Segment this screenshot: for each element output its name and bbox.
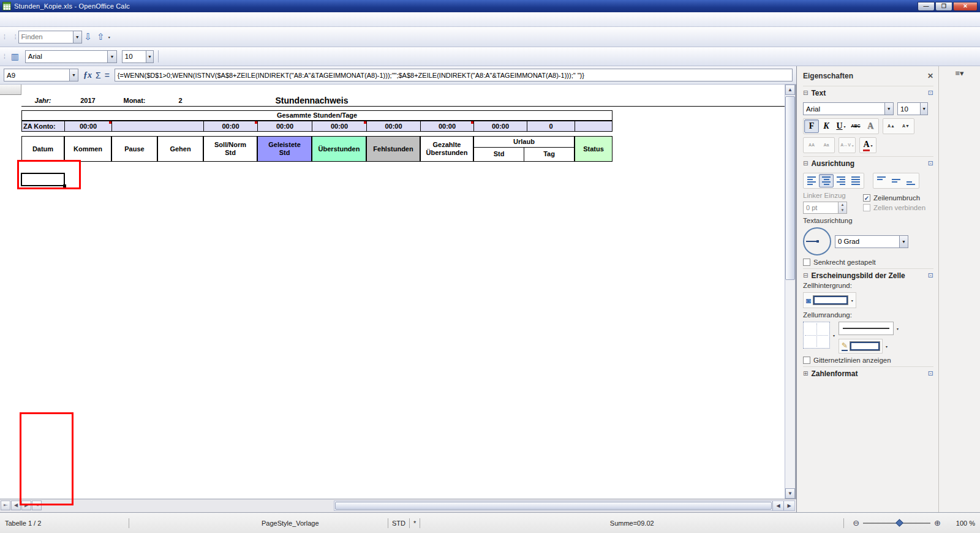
first-sheet-button[interactable]: ⇤	[1, 501, 10, 510]
scroll-right-icon[interactable]: ▶	[783, 501, 794, 510]
text-rotation-dial[interactable]	[803, 227, 831, 255]
sidebar-menu-icon[interactable]: ≡▾	[955, 69, 963, 78]
font-name-input[interactable]	[26, 53, 108, 60]
sidebar-font-size-dropdown-icon[interactable]: ▼	[920, 103, 927, 115]
sidebar-toggle-button[interactable]: ▥	[8, 49, 22, 64]
header-gezahlte-ueberstunden[interactable]: GezahlteÜberstunden	[420, 136, 473, 162]
header-urlaub-tag[interactable]: Tag	[524, 148, 574, 161]
scroll-up-icon[interactable]: ▲	[785, 85, 795, 95]
horizontal-scroll-thumb[interactable]	[335, 502, 772, 510]
align-middle-button[interactable]	[889, 174, 903, 187]
page-style[interactable]: PageStyle_Vorlage	[133, 520, 384, 527]
line-style-button[interactable]	[839, 322, 894, 335]
minimize-button[interactable]: —	[918, 2, 935, 11]
zoom-out-icon[interactable]: ⊖	[853, 518, 859, 527]
cell-L4[interactable]	[575, 121, 612, 131]
sidebar-font-name-input[interactable]	[804, 105, 884, 113]
scroll-down-icon[interactable]: ▼	[785, 488, 795, 499]
sum-icon[interactable]: Σ	[96, 70, 101, 80]
sidebar-close-icon[interactable]: ✕	[927, 72, 933, 80]
font-size-input[interactable]	[123, 53, 146, 60]
text-dialog-launcher-icon[interactable]: ⊡	[928, 89, 933, 97]
border-picker[interactable]	[803, 322, 830, 349]
cell-A1[interactable]: Jahr:	[21, 97, 64, 104]
cell-D1[interactable]: 2	[157, 97, 203, 104]
restore-button[interactable]: ❐	[935, 2, 952, 11]
cell-B4[interactable]: 00:00	[65, 121, 112, 131]
sidebar-align-left-button[interactable]	[804, 174, 819, 187]
font-name-dropdown-icon[interactable]: ▼	[107, 51, 116, 62]
find-next-button[interactable]: ⇩	[85, 31, 92, 42]
next-sheet-button[interactable]: ▶	[21, 501, 31, 510]
line-style-dropdown-icon[interactable]: ▾	[897, 327, 899, 331]
sidebar-font-name-dropdown-icon[interactable]: ▼	[884, 103, 893, 115]
degrees-dropdown-icon[interactable]: ▼	[899, 236, 908, 248]
insert-mode[interactable]: STD	[392, 520, 405, 527]
degrees-input[interactable]	[835, 238, 899, 245]
header-urlaub-std[interactable]: Std	[474, 148, 524, 161]
header-status[interactable]: Status	[575, 136, 612, 162]
close-button[interactable]: ✕	[953, 2, 978, 11]
cell-B1[interactable]: 2017	[64, 97, 111, 104]
collapse-icon[interactable]: ⊟	[803, 160, 808, 167]
alignment-dialog-launcher-icon[interactable]: ⊡	[928, 159, 933, 167]
find-previous-button[interactable]: ⇧	[97, 31, 105, 42]
cell-C4[interactable]	[112, 121, 204, 131]
cell-reference-input[interactable]	[4, 72, 69, 79]
stacked-checkbox[interactable]	[803, 259, 810, 266]
cell-H4[interactable]: 00:00	[367, 121, 421, 131]
sidebar-font-size-input[interactable]	[898, 105, 920, 113]
header-urlaub[interactable]: Urlaub Std Tag	[473, 136, 575, 162]
align-bottom-button[interactable]	[903, 174, 918, 187]
show-gridlines-checkbox[interactable]	[803, 357, 810, 364]
vertical-scroll-thumb[interactable]	[785, 96, 795, 280]
collapse-icon[interactable]: ⊟	[803, 89, 808, 96]
header-fehlstunden[interactable]: Fehlstunden	[366, 136, 420, 162]
sidebar-bold-button[interactable]: F	[804, 119, 819, 133]
previous-sheet-button[interactable]: ◀	[11, 501, 21, 510]
last-sheet-button[interactable]: ⇥	[32, 501, 42, 510]
sidebar-align-justify-button[interactable]	[848, 174, 863, 187]
cell-G4[interactable]: 00:00	[312, 121, 367, 131]
cell-I4[interactable]: 00:00	[421, 121, 474, 131]
left-indent-spinner[interactable]: 0 pt ▲▼	[803, 202, 847, 214]
expand-icon[interactable]: ⊞	[803, 370, 808, 377]
number-format-dialog-launcher-icon[interactable]: ⊡	[928, 369, 933, 377]
collapse-icon[interactable]: ⊟	[803, 272, 808, 279]
cell-background-button[interactable]: ◙ ▾	[803, 292, 856, 308]
appearance-dialog-launcher-icon[interactable]: ⊡	[928, 271, 933, 279]
find-overflow-button[interactable]: ▾	[108, 35, 110, 39]
select-all-corner[interactable]	[0, 85, 21, 95]
cell-K4[interactable]: 0	[527, 121, 575, 131]
sidebar-align-right-button[interactable]	[834, 174, 848, 187]
cell-A4[interactable]: ZA Konto:	[22, 121, 65, 131]
sheet-main-title[interactable]: Stundennachweis	[203, 96, 420, 105]
equals-icon[interactable]: =	[105, 70, 110, 80]
sidebar-strikethrough-button[interactable]: ABC	[848, 119, 863, 133]
zoom-in-icon[interactable]: ⊕	[934, 518, 941, 527]
line-color-dropdown-icon[interactable]: ▾	[886, 344, 888, 349]
header-pause[interactable]: Pause	[111, 136, 157, 162]
find-input[interactable]	[19, 33, 73, 40]
scroll-left-icon[interactable]: ◀	[772, 501, 783, 510]
zoom-slider[interactable]	[863, 523, 930, 524]
wrap-text-checkbox[interactable]: ✓	[863, 194, 870, 202]
sidebar-shadow-button[interactable]: A	[863, 119, 878, 133]
name-box-dropdown-icon[interactable]: ▼	[69, 69, 78, 81]
formula-input[interactable]: {=WENN($D$1>0;WENN(ISTNV($A$8+ZEILE(INDI…	[115, 69, 793, 81]
header-geleistete-std[interactable]: GeleisteteStd	[257, 136, 312, 162]
cell-F4[interactable]: 00:00	[258, 121, 312, 131]
line-color-button[interactable]: ✎	[839, 339, 883, 353]
border-picker-dropdown-icon[interactable]: ▾	[833, 333, 835, 338]
find-dropdown-icon[interactable]: ▼	[73, 31, 81, 43]
function-wizard-icon[interactable]: ƒx	[83, 70, 92, 80]
cell-E4[interactable]: 00:00	[204, 121, 258, 131]
cell-C1[interactable]: Monat:	[111, 97, 157, 104]
summary-title[interactable]: Gesammte Stunden/Tage	[21, 110, 612, 121]
font-size-dropdown-icon[interactable]: ▼	[146, 51, 153, 62]
header-datum[interactable]: Datum	[21, 136, 64, 162]
sidebar-italic-button[interactable]: K	[819, 119, 834, 133]
zoom-slider-thumb[interactable]	[895, 519, 903, 527]
header-ueberstunden[interactable]: Überstunden	[312, 136, 366, 162]
header-gehen[interactable]: Gehen	[157, 136, 203, 162]
